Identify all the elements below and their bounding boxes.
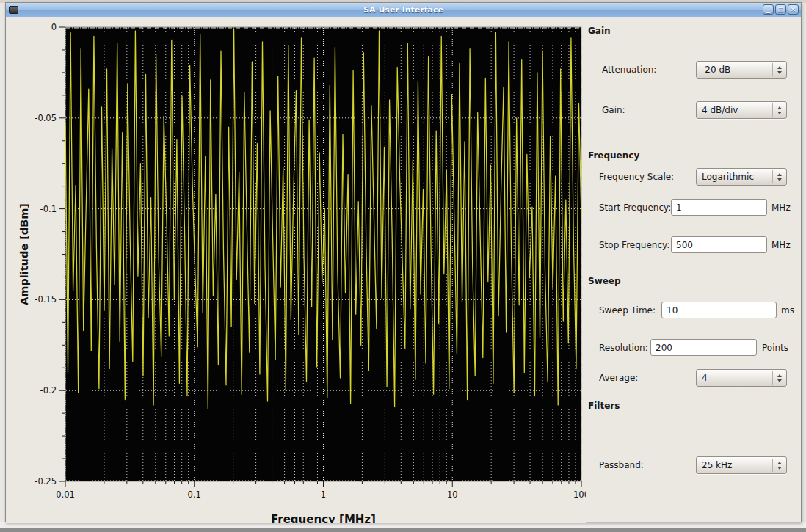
gain-select[interactable]: 4 dB/div	[696, 101, 787, 119]
svg-text:10: 10	[447, 489, 458, 500]
frequency-scale-value: Logarithmic	[697, 172, 772, 182]
spinner-icon[interactable]	[773, 173, 786, 181]
control-panel: Gain Attenuation: -20 dB Gain: 4 dB/div …	[586, 17, 801, 522]
sa-window: SA User Interface _ □ ✕ 0.010.11101000-0…	[5, 2, 802, 522]
background-right-strip	[802, 3, 806, 522]
svg-text:-0.05: -0.05	[35, 113, 57, 123]
stop-frequency-input[interactable]	[671, 236, 767, 253]
average-value: 4	[697, 373, 772, 383]
spinner-icon[interactable]	[773, 106, 786, 114]
svg-text:0: 0	[51, 22, 57, 32]
maximize-button[interactable]: □	[775, 4, 786, 15]
svg-text:-0.25: -0.25	[35, 476, 57, 487]
resolution-input[interactable]	[650, 339, 757, 356]
attenuation-label: Attenuation:	[602, 65, 656, 75]
spectrum-figure: 0.010.11101000-0.05-0.1-0.15-0.2-0.25Fre…	[6, 17, 586, 523]
start-frequency-unit: MHz	[771, 203, 791, 213]
average-label: Average:	[599, 373, 638, 383]
sweep-time-input[interactable]	[661, 302, 777, 318]
titlebar[interactable]: SA User Interface _ □ ✕	[6, 3, 801, 18]
resolution-label: Resolution:	[599, 343, 648, 353]
average-select[interactable]: 4	[696, 369, 787, 387]
section-header-frequency: Frequency	[588, 150, 639, 161]
close-icon: ✕	[788, 5, 798, 14]
stop-frequency-label: Stop Frequency:	[599, 240, 669, 250]
maximize-icon: □	[776, 5, 785, 14]
gain-label: Gain:	[602, 105, 625, 115]
passband-select[interactable]: 25 kHz	[696, 456, 787, 474]
spinner-icon[interactable]	[773, 374, 786, 382]
svg-text:-0.2: -0.2	[40, 385, 57, 396]
start-frequency-label: Start Frequency:	[599, 203, 671, 213]
svg-text:-0.15: -0.15	[35, 294, 57, 305]
sweep-time-unit: ms	[781, 305, 794, 316]
spinner-icon[interactable]	[773, 462, 786, 470]
passband-label: Passband:	[599, 460, 644, 470]
close-button[interactable]: ✕	[788, 4, 799, 15]
attenuation-value: -20 dB	[697, 65, 772, 75]
background-bottom-bar	[0, 528, 806, 532]
stop-frequency-unit: MHz	[771, 240, 791, 250]
minimize-icon: _	[763, 5, 773, 14]
sweep-time-label: Sweep Time:	[599, 305, 656, 316]
window-icon	[9, 6, 18, 14]
svg-text:1: 1	[321, 489, 326, 500]
spinner-icon[interactable]	[773, 66, 786, 74]
gain-value: 4 dB/div	[697, 105, 772, 115]
window-title: SA User Interface	[6, 5, 801, 15]
x-axis-label: Frequency [MHz]	[271, 513, 376, 523]
y-axis-label: Amplitude [dBm]	[18, 203, 30, 305]
frequency-scale-select[interactable]: Logarithmic	[696, 168, 787, 186]
attenuation-select[interactable]: -20 dB	[696, 61, 787, 79]
svg-text:0.1: 0.1	[188, 489, 201, 500]
passband-value: 25 kHz	[697, 460, 772, 470]
minimize-button[interactable]: _	[763, 4, 774, 15]
section-header-filters: Filters	[588, 401, 620, 411]
spectrum-plot-svg: 0.010.11101000-0.05-0.1-0.15-0.2-0.25Fre…	[6, 17, 586, 523]
frequency-scale-label: Frequency Scale:	[599, 172, 674, 182]
section-header-gain: Gain	[588, 26, 611, 36]
svg-text:0.01: 0.01	[56, 489, 75, 500]
svg-text:100: 100	[573, 489, 586, 500]
section-header-sweep: Sweep	[588, 276, 621, 286]
start-frequency-input[interactable]	[671, 199, 767, 216]
resolution-unit: Points	[762, 343, 788, 353]
svg-text:-0.1: -0.1	[40, 204, 57, 214]
